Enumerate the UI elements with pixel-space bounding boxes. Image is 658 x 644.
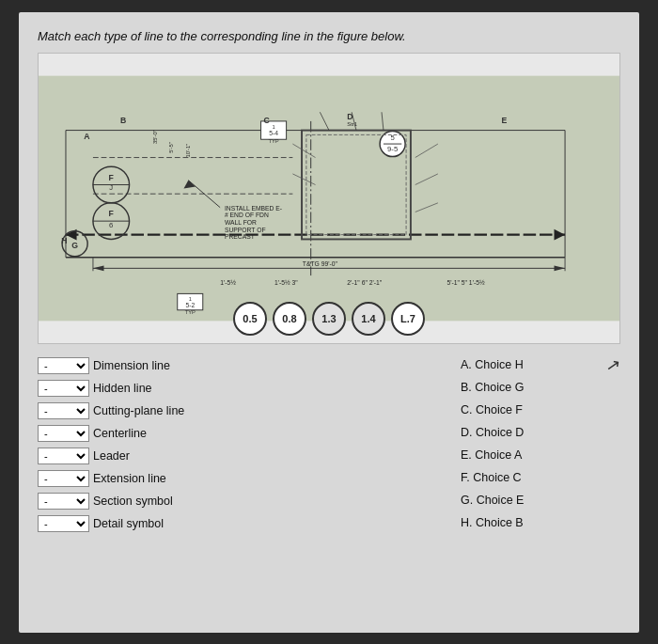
svg-text:35'-0": 35'-0" bbox=[152, 130, 158, 144]
svg-rect-0 bbox=[39, 75, 619, 321]
choice-item-7: H. Choice B bbox=[461, 515, 620, 530]
svg-text:5-4: 5-4 bbox=[269, 130, 278, 136]
label-cutting: Cutting-plane line bbox=[93, 404, 184, 417]
main-card: Match each type of line to the correspon… bbox=[19, 12, 639, 633]
choice-item-3: D. Choice D bbox=[461, 425, 620, 440]
select-leader[interactable]: -ABCDEFGH bbox=[38, 448, 89, 464]
svg-text:10'-1": 10'-1" bbox=[185, 143, 191, 157]
dropdown-row-centerline: -ABCDEFGHCenterline bbox=[38, 425, 442, 442]
svg-text:1: 1 bbox=[272, 123, 274, 129]
svg-text:TYP: TYP bbox=[185, 308, 196, 314]
svg-text:F: F bbox=[109, 209, 114, 218]
circles-row: 0.5 0.8 1.3 1.4 L.7 bbox=[233, 302, 425, 336]
svg-text:5-2: 5-2 bbox=[185, 301, 195, 307]
label-section: Section symbol bbox=[93, 495, 173, 508]
svg-text:2'-1"  6"  2'-1": 2'-1" 6" 2'-1" bbox=[347, 278, 382, 285]
svg-text:1'-5½  3": 1'-5½ 3" bbox=[274, 278, 298, 285]
svg-text:G: G bbox=[71, 241, 78, 250]
choice-item-4: E. Choice A bbox=[461, 448, 620, 463]
choice-item-0: A. Choice H bbox=[461, 357, 620, 372]
svg-text:T&TG 99'-0": T&TG 99'-0" bbox=[303, 260, 338, 267]
svg-text:D: D bbox=[347, 111, 352, 120]
circle-l7: L.7 bbox=[391, 302, 425, 336]
qa-section: -ABCDEFGHDimension line-ABCDEFGHHidden l… bbox=[38, 357, 620, 532]
label-dimension: Dimension line bbox=[93, 359, 170, 372]
svg-text:F: F bbox=[109, 172, 114, 181]
select-dimension[interactable]: -ABCDEFGH bbox=[38, 357, 89, 374]
dropdown-row-extension: -ABCDEFGHExtension line bbox=[38, 470, 442, 487]
select-hidden[interactable]: -ABCDEFGH bbox=[38, 380, 89, 397]
dropdown-row-section: -ABCDEFGHSection symbol bbox=[38, 493, 442, 510]
dropdown-row-cutting: -ABCDEFGHCutting-plane line bbox=[38, 402, 442, 419]
label-hidden: Hidden line bbox=[93, 382, 152, 395]
label-extension: Extension line bbox=[93, 472, 166, 485]
svg-text:5'-1"  5"  1'-5½: 5'-1" 5" 1'-5½ bbox=[447, 278, 485, 285]
choice-item-2: C. Choice F bbox=[461, 402, 620, 417]
diagram-area: INSTALL EMBED E- # END OF FDN WALL FOR S… bbox=[38, 53, 620, 344]
svg-text:PRECAST: PRECAST bbox=[225, 233, 255, 240]
dropdown-row-detail: -ABCDEFGHDetail symbol bbox=[38, 515, 442, 532]
circle-05: 0.5 bbox=[233, 302, 267, 336]
svg-text:5'-5": 5'-5" bbox=[168, 142, 174, 153]
select-cutting[interactable]: -ABCDEFGH bbox=[38, 402, 89, 419]
diagram-inner: INSTALL EMBED E- # END OF FDN WALL FOR S… bbox=[39, 54, 619, 343]
select-detail[interactable]: -ABCDEFGH bbox=[38, 515, 89, 532]
select-extension[interactable]: -ABCDEFGH bbox=[38, 470, 89, 487]
svg-text:B: B bbox=[120, 115, 126, 124]
circle-08: 0.8 bbox=[273, 302, 306, 336]
svg-text:Str1: Str1 bbox=[347, 120, 357, 126]
select-section[interactable]: -ABCDEFGH bbox=[38, 493, 89, 510]
svg-text:1'-5½: 1'-5½ bbox=[220, 278, 236, 285]
svg-text:E: E bbox=[501, 115, 507, 124]
select-centerline[interactable]: -ABCDEFGH bbox=[38, 425, 89, 442]
choice-item-1: B. Choice G bbox=[461, 380, 620, 395]
svg-text:6: 6 bbox=[109, 220, 113, 228]
svg-text:TYP: TYP bbox=[268, 138, 278, 144]
left-column: -ABCDEFGHDimension line-ABCDEFGHHidden l… bbox=[38, 357, 442, 532]
label-leader: Leader bbox=[93, 449, 130, 463]
svg-text:WALL FOR: WALL FOR bbox=[225, 219, 257, 226]
instructions-text: Match each type of line to the correspon… bbox=[38, 29, 620, 43]
dropdown-row-dimension: -ABCDEFGHDimension line bbox=[38, 357, 442, 374]
dropdown-row-leader: -ABCDEFGHLeader bbox=[38, 448, 442, 464]
choice-item-5: F. Choice C bbox=[461, 470, 620, 485]
label-centerline: Centerline bbox=[93, 427, 147, 440]
svg-text:C: C bbox=[263, 115, 270, 124]
svg-text:9-5: 9-5 bbox=[387, 144, 398, 152]
dropdown-row-hidden: -ABCDEFGHHidden line bbox=[38, 380, 442, 397]
svg-text:INSTALL EMBED E-: INSTALL EMBED E- bbox=[225, 204, 282, 211]
label-detail: Detail symbol bbox=[93, 517, 164, 530]
svg-text:A: A bbox=[84, 132, 90, 141]
right-column: A. Choice HB. Choice GC. Choice FD. Choi… bbox=[451, 357, 620, 532]
circle-14: 1.4 bbox=[352, 302, 385, 336]
choice-item-6: G. Choice E bbox=[461, 493, 620, 508]
circle-13: 1.3 bbox=[312, 302, 346, 336]
svg-text:# END OF FDN: # END OF FDN bbox=[225, 212, 269, 218]
blueprint-svg: INSTALL EMBED E- # END OF FDN WALL FOR S… bbox=[39, 54, 619, 343]
svg-text:H: H bbox=[61, 236, 67, 245]
svg-text:SUPPORT OF: SUPPORT OF bbox=[225, 226, 266, 232]
